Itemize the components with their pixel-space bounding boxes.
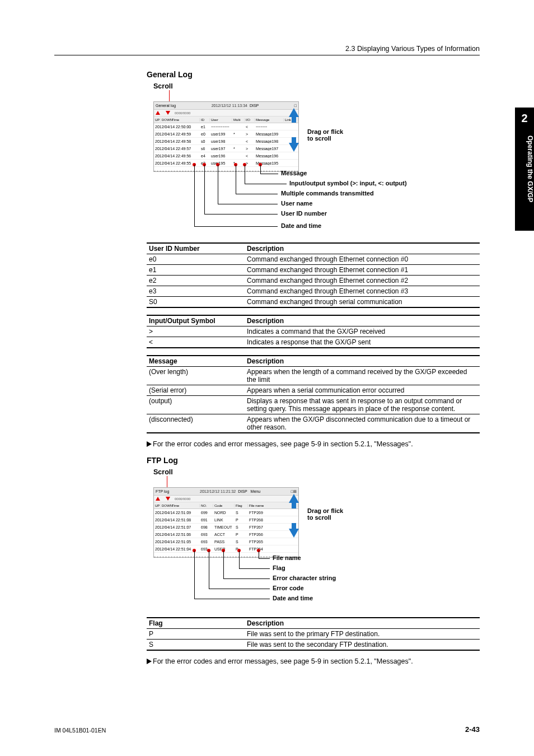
log-row[interactable]: 2012/04/14 22:51:08691LINKPFTP268 <box>154 516 298 524</box>
section-ftp-log: FTP Log <box>147 456 480 465</box>
xref-note-2: For the error codes and error messages, … <box>147 657 480 665</box>
callout-dt-ftp: Date and time <box>273 595 313 601</box>
section-general-log: General Log <box>147 70 480 79</box>
scroll-down-icon[interactable] <box>166 497 170 501</box>
window-datetime: 2012/12/12 11:13:34 <box>212 104 247 108</box>
table-io-symbol: Input/Output SymbolDescription >Indicate… <box>147 315 480 348</box>
header-rule <box>54 55 480 55</box>
scroll-label: Scroll <box>153 82 480 90</box>
log-row[interactable]: 2012/04/14 22:49:58s0user198<Message198 <box>154 138 298 145</box>
callout-uid: User ID number <box>281 210 327 217</box>
callout-user: User name <box>281 200 312 207</box>
col-down: DOWN <box>161 118 171 122</box>
disp-badge: DISP <box>250 104 259 108</box>
general-log-window[interactable]: General log 2012/12/12 11:13:34 DISP □ 0… <box>153 101 299 172</box>
count-tiny-ftp: 0000/0000 <box>175 497 190 501</box>
table-row: S0Command exchanged through serial commu… <box>147 297 480 308</box>
log-row[interactable]: 2012/04/14 22:49:55e3user195*>Message195 <box>154 160 298 167</box>
flick-down-icon <box>289 143 299 152</box>
table-row: (output)Displays a response that was sen… <box>147 396 480 414</box>
col-code: Code <box>213 504 235 507</box>
triangle-icon <box>147 441 152 447</box>
footer-page: 2-43 <box>465 725 480 734</box>
table-row: e3Command exchanged through Ethernet con… <box>147 286 480 297</box>
table-row: (disconnected)Appears when the GX/GP dis… <box>147 414 480 433</box>
menu-label: Menu <box>251 489 261 493</box>
drag-label: Drag or flick <box>307 128 343 135</box>
ftp-log-window[interactable]: FTP log 2012/12/12 11:21:32 DISP Menu □⊞… <box>153 487 299 558</box>
table-row: <Indicates a response that the GX/GP sen… <box>147 337 480 348</box>
table-user-id: User ID NumberDescription e0Command exch… <box>147 242 480 308</box>
table-flag: FlagDescription PFile was sent to the pr… <box>147 617 480 651</box>
callout-errstr: Error character string <box>273 575 336 581</box>
scroll-up-icon[interactable] <box>156 111 160 115</box>
log-row[interactable]: 2012/04/14 22:49:57s6user197*>Message197 <box>154 145 298 152</box>
drag-label-2: to scroll <box>307 514 343 521</box>
callout-multi: Multiple commands transmitted <box>281 190 374 197</box>
log-row[interactable]: 2012/04/14 22:50:00e1~~~~~~~~<~~~~~ <box>154 123 298 130</box>
callout-dt: Date and time <box>281 222 321 229</box>
log-row[interactable]: 2012/04/14 22:49:59e0user199*>Message199 <box>154 130 298 138</box>
window-title: General log <box>156 104 176 108</box>
scroll-down-icon[interactable] <box>166 111 170 115</box>
callout-file: File name <box>273 554 301 561</box>
chapter-number: 2 <box>515 112 534 125</box>
callout-flag: Flag <box>273 564 285 571</box>
general-log-diagram: General log 2012/12/12 11:13:34 DISP □ 0… <box>153 91 467 237</box>
drag-label: Drag or flick <box>307 507 343 514</box>
log-row[interactable]: 2012/04/14 22:49:56e4user196<Message196 <box>154 152 298 160</box>
col-multi: Multi <box>232 118 245 122</box>
scroll-label-ftp: Scroll <box>153 468 480 476</box>
table-row: e0Command exchanged through Ethernet con… <box>147 254 480 265</box>
log-row[interactable]: 2012/04/14 22:51:06693ACCTPFTP266 <box>154 531 298 538</box>
col-time: Time <box>171 118 200 122</box>
log-row[interactable]: 2012/04/14 22:51:09699NORDSFTP269 <box>154 509 298 516</box>
table-row: PFile was sent to the primary FTP destin… <box>147 629 480 640</box>
log-row[interactable]: 2012/04/14 22:51:07698TIMEOUTSFTP267 <box>154 524 298 531</box>
flick-up-icon <box>289 108 299 117</box>
col-flag: Flag <box>235 504 248 507</box>
callout-io: Input/output symbol (>: input, <: output… <box>289 180 407 186</box>
callout-message: Message <box>281 170 307 176</box>
triangle-icon <box>147 659 152 664</box>
col-id: ID <box>200 118 210 122</box>
flick-up-icon <box>289 494 299 503</box>
disp-badge-ftp: DISP <box>238 489 247 493</box>
drag-label-2: to scroll <box>307 135 343 142</box>
flick-down-icon <box>289 529 299 538</box>
xref-note-1: For the error codes and error messages, … <box>147 440 480 448</box>
table-row: SFile was sent to the secondary FTP dest… <box>147 640 480 651</box>
ftp-log-diagram: FTP log 2012/12/12 11:21:32 DISP Menu □⊞… <box>153 477 467 612</box>
col-up: UP <box>154 118 161 122</box>
table-row: (Over length)Appears when the length of … <box>147 367 480 385</box>
table-row: (Serial error)Appears when a serial comm… <box>147 385 480 396</box>
count-tiny: 0000/0000 <box>175 111 190 115</box>
table-message: MessageDescription (Over length)Appears … <box>147 355 480 433</box>
table-row: e2Command exchanged through Ethernet con… <box>147 276 480 286</box>
breadcrumb: 2.3 Displaying Various Types of Informat… <box>345 45 480 53</box>
log-row[interactable]: 2012/04/14 22:51:05693PASSSFTP265 <box>154 538 298 545</box>
table-row: e1Command exchanged through Ethernet con… <box>147 265 480 276</box>
chapter-title: Operating the GX/GP <box>515 136 534 202</box>
col-io: I/O <box>245 118 255 122</box>
log-row[interactable]: 2012/04/14 22:51:04693USERPFTP264 <box>154 545 298 553</box>
callout-errcode: Error code <box>273 585 304 591</box>
col-no: NO. <box>200 504 213 507</box>
scroll-up-icon[interactable] <box>156 497 160 501</box>
chapter-tab: 2 Operating the GX/GP <box>515 108 534 231</box>
window-datetime-ftp: 2012/12/12 11:21:32 <box>200 489 236 493</box>
table-row: >Indicates a command that the GX/GP rece… <box>147 326 480 337</box>
footer-docid: IM 04L51B01-01EN <box>54 727 106 734</box>
col-user: User <box>210 118 232 122</box>
col-msg: Message <box>255 118 284 122</box>
window-title-ftp: FTP log <box>156 489 169 493</box>
